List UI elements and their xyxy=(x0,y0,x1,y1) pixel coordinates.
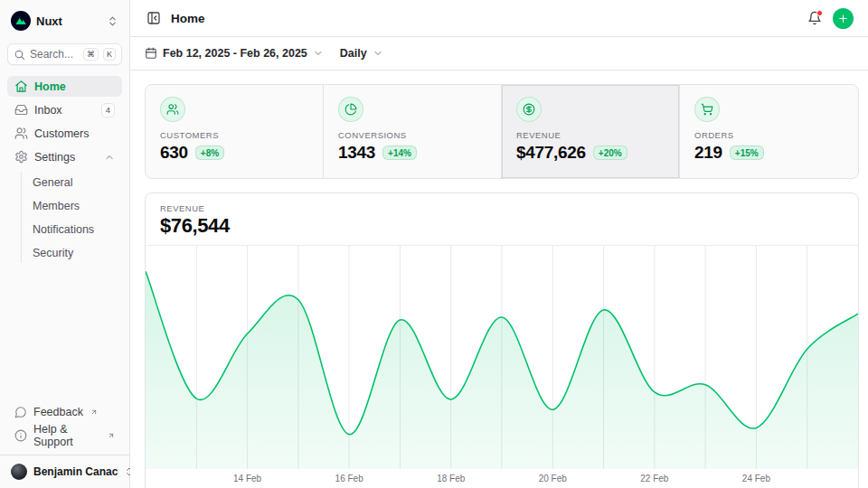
chevron-up-icon xyxy=(104,152,115,163)
footer-link-label: Help & Support xyxy=(33,423,100,448)
cart-icon xyxy=(694,97,720,122)
stat-value: 1343 xyxy=(338,143,375,163)
stat-label: CUSTOMERS xyxy=(160,130,308,140)
user-menu[interactable]: Benjamin Canac xyxy=(0,455,129,488)
search-placeholder: Search... xyxy=(30,48,79,61)
app-root: Nuxt Search... ⌘ K HomeInbox4CustomersSe… xyxy=(0,0,868,488)
sidebar-item-label: Home xyxy=(34,80,115,93)
sidebar-subitem-label: Security xyxy=(33,247,116,259)
sidebar-subitem-label: General xyxy=(33,176,116,189)
sidebar-item-inbox[interactable]: Inbox4 xyxy=(7,99,122,120)
arrow-up-right-icon xyxy=(108,432,115,439)
x-axis-label: 20 Feb xyxy=(539,474,567,483)
stat-delta-badge: +14% xyxy=(382,145,417,160)
arrow-up-right-icon xyxy=(90,408,98,416)
calendar-icon xyxy=(145,47,157,60)
sidebar-item-home[interactable]: Home xyxy=(7,76,122,97)
users-icon xyxy=(14,127,28,140)
kbd-k: K xyxy=(103,48,116,61)
stat-value: $477,626 xyxy=(516,143,586,163)
x-axis-label: 14 Feb xyxy=(233,474,261,483)
stat-card-conversions[interactable]: CONVERSIONS1343+14% xyxy=(324,85,502,178)
stat-delta-badge: +15% xyxy=(730,145,764,160)
sidebar-subitem-label: Members xyxy=(33,200,116,212)
home-icon xyxy=(14,80,28,93)
sidebar: Nuxt Search... ⌘ K HomeInbox4CustomersSe… xyxy=(0,0,130,488)
workspace-selector[interactable]: Nuxt xyxy=(7,7,122,34)
stat-value: 630 xyxy=(160,143,188,163)
sidebar-subnav-settings: GeneralMembersNotificationsSecurity xyxy=(21,172,122,263)
add-button[interactable] xyxy=(833,8,854,29)
sidebar-item-members[interactable]: Members xyxy=(26,195,122,216)
x-axis-label: 22 Feb xyxy=(640,474,668,483)
stats-row: CUSTOMERS630+8%CONVERSIONS1343+14%REVENU… xyxy=(145,84,859,179)
sidebar-item-settings[interactable]: Settings xyxy=(7,146,122,167)
x-axis: 14 Feb16 Feb18 Feb20 Feb22 Feb24 Feb xyxy=(146,469,858,488)
x-axis-label: 18 Feb xyxy=(437,474,465,483)
chevron-down-icon xyxy=(373,48,383,59)
avatar xyxy=(11,464,27,480)
inbox-count-badge: 4 xyxy=(101,103,115,117)
sidebar-item-customers[interactable]: Customers xyxy=(7,123,122,144)
user-name: Benjamin Canac xyxy=(33,465,118,478)
main-area: Home Feb 12, 2025 - Feb 26, 2025 Daily xyxy=(130,0,868,488)
granularity-select[interactable]: Daily xyxy=(340,47,383,60)
notifications-button[interactable] xyxy=(807,11,822,25)
help-icon xyxy=(14,429,27,442)
stat-label: REVENUE xyxy=(516,130,665,140)
chart-header: REVENUE $76,544 xyxy=(146,193,858,246)
footer-link-label: Feedback xyxy=(33,406,83,418)
sidebar-item-label: Customers xyxy=(34,127,115,140)
sidebar-footer-nav: FeedbackHelp & Support xyxy=(7,401,122,451)
revenue-area-chart[interactable]: 14 Feb16 Feb18 Feb20 Feb22 Feb24 Feb xyxy=(146,246,858,488)
x-axis-label: 24 Feb xyxy=(742,474,770,483)
page-header: Home xyxy=(130,0,868,37)
filter-toolbar: Feb 12, 2025 - Feb 26, 2025 Daily xyxy=(130,37,868,70)
sidebar-item-notifications[interactable]: Notifications xyxy=(26,219,122,239)
stat-delta-badge: +20% xyxy=(593,145,627,160)
stat-card-orders[interactable]: ORDERS219+15% xyxy=(680,85,858,178)
collapse-sidebar-button[interactable] xyxy=(145,9,163,27)
stat-label: ORDERS xyxy=(694,130,844,140)
sidebar-item-label: Inbox xyxy=(34,104,95,117)
date-range-label: Feb 12, 2025 - Feb 26, 2025 xyxy=(163,47,307,60)
notification-dot xyxy=(816,10,823,16)
workspace-name: Nuxt xyxy=(36,14,101,28)
sidebar-nav: HomeInbox4CustomersSettingsGeneralMember… xyxy=(7,76,122,263)
settings-icon xyxy=(14,150,28,164)
sidebar-item-security[interactable]: Security xyxy=(26,242,122,263)
search-icon xyxy=(14,49,25,61)
sidebar-item-label: Settings xyxy=(34,151,98,164)
sidebar-item-general[interactable]: General xyxy=(26,172,122,192)
page-content: CUSTOMERS630+8%CONVERSIONS1343+14%REVENU… xyxy=(130,70,868,488)
sidebar-subitem-label: Notifications xyxy=(33,223,116,236)
stat-label: CONVERSIONS xyxy=(338,130,486,140)
stat-card-revenue[interactable]: REVENUE$477,626+20% xyxy=(502,85,680,178)
users-icon xyxy=(160,97,185,122)
feedback-icon xyxy=(14,406,27,418)
x-axis-label: 16 Feb xyxy=(335,474,363,483)
page-title: Home xyxy=(171,12,205,25)
sidebar-item-help-support[interactable]: Help & Support xyxy=(7,425,122,446)
revenue-chart-card: REVENUE $76,544 14 Feb16 Feb18 Feb20 Feb… xyxy=(145,192,859,488)
chevron-down-icon xyxy=(313,48,324,59)
dollar-circle-icon xyxy=(516,97,542,122)
chart-label: REVENUE xyxy=(160,203,844,213)
search-input[interactable]: Search... ⌘ K xyxy=(7,43,122,65)
stat-card-customers[interactable]: CUSTOMERS630+8% xyxy=(146,85,324,178)
sidebar-item-feedback[interactable]: Feedback xyxy=(7,401,122,422)
stat-delta-badge: +8% xyxy=(195,145,224,160)
chart-value: $76,544 xyxy=(160,214,844,238)
panel-left-close-icon xyxy=(146,11,161,25)
stat-value: 219 xyxy=(694,143,722,163)
inbox-icon xyxy=(14,103,28,117)
granularity-label: Daily xyxy=(340,47,367,60)
plus-icon xyxy=(837,13,849,24)
pie-chart-icon xyxy=(338,97,363,122)
chart-canvas xyxy=(146,246,858,469)
chevrons-up-down-icon xyxy=(107,15,118,27)
nuxt-logo-icon xyxy=(11,11,31,31)
date-range-picker[interactable]: Feb 12, 2025 - Feb 26, 2025 xyxy=(145,47,324,60)
kbd-cmd: ⌘ xyxy=(83,48,99,61)
